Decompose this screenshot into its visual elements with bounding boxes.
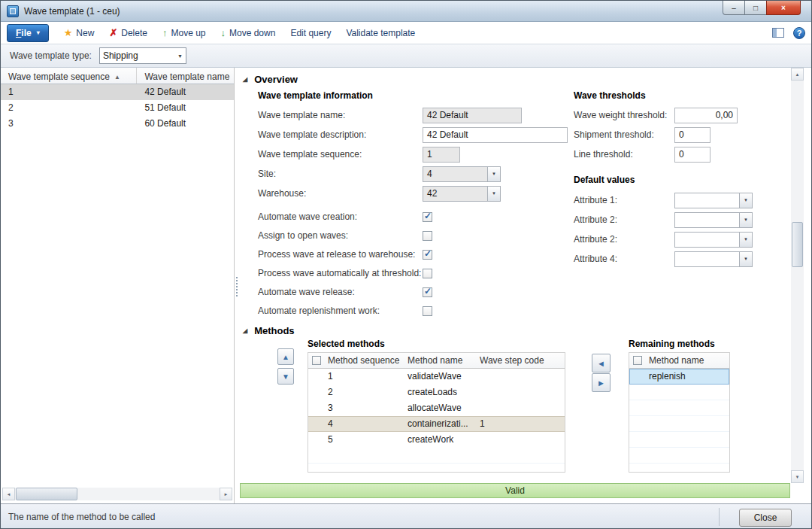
dropdown-arrow-icon[interactable]: ▼ [739,193,752,208]
remove-method-button[interactable]: ► [592,373,611,392]
down-arrow-icon: ▼ [282,372,289,381]
warehouse-combo[interactable]: 42 ▼ [423,186,501,202]
minimize-button[interactable]: – [723,1,745,15]
dropdown-arrow-icon[interactable]: ▼ [739,252,752,266]
automate-wave-creation-checkbox[interactable]: ✓ [423,212,432,222]
column-header-sequence[interactable]: Wave template sequence ▲ [1,68,137,84]
wave-template-name-field[interactable]: 42 Default [423,108,522,123]
table-row[interactable]: 2 51 Default [1,100,234,116]
table-row[interactable]: 5 createWork [308,432,565,448]
move-up-arrow-icon: ↑ [162,27,168,38]
field-row: Automate wave release: ✓ [258,284,432,300]
wave-template-sequence-field[interactable]: 1 [423,147,460,163]
table-row[interactable]: 3 allocateWave [308,400,565,416]
wave-template-type-value: Shipping [103,50,138,61]
edit-query-button[interactable]: Edit query [290,28,331,38]
close-window-button[interactable]: × [766,1,801,15]
validation-status-bar: Valid [240,483,790,498]
move-up-button[interactable]: ↑ Move up [162,27,206,38]
dropdown-arrow-icon: ▼ [177,53,183,59]
table-row[interactable]: 1 validateWave [308,369,565,385]
automate-wave-release-checkbox[interactable]: ✓ [423,287,432,297]
selected-methods-title: Selected methods [308,339,385,349]
dropdown-arrow-icon[interactable]: ▼ [739,213,752,227]
new-button[interactable]: ★ New [64,27,95,38]
splitter-grip[interactable] [236,277,238,296]
automate-replenishment-checkbox[interactable]: ✓ [423,306,432,316]
automate-replenishment-label: Automate replenishment work: [258,306,423,316]
close-icon: × [781,4,786,12]
dropdown-arrow-icon[interactable]: ▼ [739,233,752,247]
table-row[interactable]: 1 42 Default [1,84,234,100]
select-all-checkbox[interactable] [633,356,642,365]
attribute-2-combo[interactable]: ▼ [674,212,753,228]
move-down-button[interactable]: ↓ Move down [221,27,276,38]
scroll-left-icon[interactable]: ◄ [2,488,15,500]
file-menu-button[interactable]: File ▾ [7,24,49,42]
assign-open-waves-checkbox[interactable]: ✓ [423,231,432,241]
scroll-up-icon[interactable]: ▲ [791,68,804,81]
wave-template-list-header: Wave template sequence ▲ Wave template n… [1,68,234,84]
column-header-wave-step-code[interactable]: Wave step code [476,353,550,368]
help-icon[interactable]: ? [793,27,805,39]
selected-methods-header: Method sequence Method name Wave step co… [308,353,565,369]
table-row[interactable]: 3 60 Default [1,116,234,132]
panel-splitter[interactable] [235,68,240,503]
field-row: Wave template description: 42 Default [258,126,568,143]
attribute-4-label: Attribute 4: [574,254,674,264]
table-row[interactable]: 2 createLoads [308,385,565,400]
process-wave-release-checkbox[interactable]: ✓ [423,250,432,260]
method-move-down-button[interactable]: ▼ [277,368,294,385]
close-button[interactable]: Close [739,509,792,527]
horizontal-scrollbar[interactable]: ◄ ► [2,488,232,500]
title-bar[interactable]: Wave template (1 - ceu) – □ × [1,1,811,22]
remaining-methods-title: Remaining methods [629,339,715,349]
scrollbar-thumb[interactable] [792,222,803,267]
scroll-down-icon[interactable]: ▼ [791,470,804,483]
delete-button[interactable]: ✗ Delete [109,27,147,38]
shipment-threshold-label: Shipment threshold: [574,129,674,140]
process-wave-threshold-checkbox[interactable]: ✓ [423,269,432,278]
select-all-checkbox[interactable] [312,356,321,365]
column-header-method-name[interactable]: Method name [404,353,476,368]
dropdown-arrow-icon[interactable]: ▼ [487,167,500,181]
wave-weight-threshold-field[interactable]: 0,00 [674,108,738,123]
move-down-label: Move down [229,28,275,38]
chevron-down-icon: ▾ [37,29,40,36]
add-method-button[interactable]: ◄ [592,354,611,372]
field-row: Process wave at release to warehouse: ✓ [258,246,432,263]
methods-section-header[interactable]: ◢ Methods [243,325,295,336]
field-row: Attribute 1: ▼ [574,192,753,208]
line-threshold-field[interactable]: 0 [674,147,710,163]
attribute-1-label: Attribute 1: [574,195,674,205]
toolbar-right: ? [772,27,805,39]
wave-template-type-select[interactable]: Shipping ▼ [99,47,186,64]
overview-section-header[interactable]: ◢ Overview [243,74,298,85]
left-arrow-icon: ◄ [597,359,605,368]
column-header-name[interactable]: Wave template name [137,68,234,84]
site-combo[interactable]: 4 ▼ [423,166,501,182]
move-up-label: Move up [171,28,205,38]
dropdown-arrow-icon[interactable]: ▼ [487,187,500,201]
wave-template-window: Wave template (1 - ceu) – □ × File ▾ ★ N… [0,0,812,529]
layout-icon[interactable] [772,28,784,38]
attribute-4-combo[interactable]: ▼ [674,251,753,267]
validate-template-button[interactable]: Validate template [346,28,415,38]
maximize-button[interactable]: □ [745,1,766,15]
vertical-scrollbar[interactable]: ▲ ▼ [791,68,804,483]
wave-template-description-field[interactable]: 42 Default [423,127,568,143]
table-row[interactable]: replenish [629,369,729,385]
shipment-threshold-field[interactable]: 0 [674,127,710,143]
method-move-up-button[interactable]: ▲ [277,348,294,365]
field-row: Assign to open waves: ✓ [258,227,432,244]
attribute-1-combo[interactable]: ▼ [674,193,753,208]
column-header-method-sequence[interactable]: Method sequence [324,353,404,368]
table-row[interactable]: 4 containerizati... 1 [308,416,565,432]
filter-bar: Wave template type: Shipping ▼ [1,44,811,68]
scroll-right-icon[interactable]: ► [220,488,232,500]
attribute-3-combo[interactable]: ▼ [674,232,753,248]
column-header-method-name[interactable]: Method name [645,353,720,368]
scrollbar-thumb[interactable] [16,488,77,500]
validate-template-label: Validate template [346,28,415,38]
field-row: Automate replenishment work: ✓ [258,303,432,319]
